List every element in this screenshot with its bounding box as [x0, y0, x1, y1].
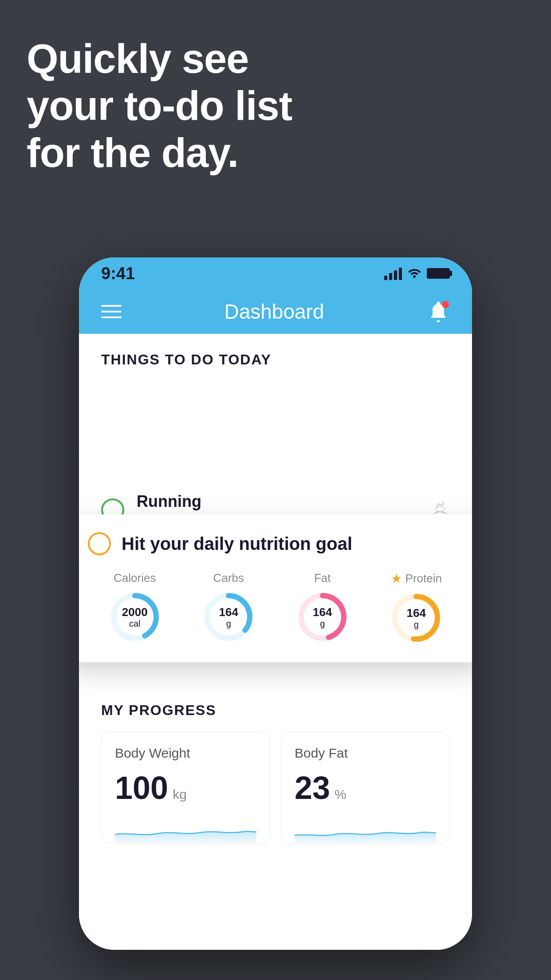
weight-chart	[115, 817, 256, 843]
status-bar: 9:41	[79, 257, 472, 289]
section-header-todo: THINGS TO DO TODAY	[79, 334, 472, 377]
progress-card-fat: Body Fat 23 %	[281, 732, 450, 844]
phone-content: THINGS TO DO TODAY Hit your daily nutrit…	[79, 334, 472, 950]
header-title: Dashboard	[224, 300, 324, 324]
nutrition-card-title: Hit your daily nutrition goal	[122, 534, 352, 554]
notification-dot	[442, 301, 449, 308]
fat-unit: %	[335, 787, 346, 802]
protein-label: ★ Protein	[391, 571, 442, 586]
weight-value: 100	[115, 770, 168, 806]
phone-shell: 9:41 Dashboard	[79, 257, 472, 950]
signal-icon	[384, 267, 402, 280]
nutrition-fat: Fat 164 g	[296, 571, 349, 644]
status-icons	[384, 266, 450, 281]
nutrition-calories: Calories 2000 cal	[108, 571, 161, 644]
weight-card-title: Body Weight	[115, 746, 256, 761]
nutrition-row: Calories 2000 cal	[88, 571, 463, 644]
progress-cards: Body Weight 100 kg	[101, 732, 450, 844]
calories-label: Calories	[114, 571, 156, 585]
bell-icon[interactable]	[427, 300, 450, 323]
status-time: 9:41	[101, 264, 135, 283]
nutrition-card: Hit your daily nutrition goal Calories	[79, 514, 472, 662]
todo-title-running: Running	[137, 492, 418, 511]
progress-card-weight: Body Weight 100 kg	[101, 732, 270, 844]
weight-unit: kg	[173, 787, 187, 802]
fat-value: 23	[295, 770, 330, 806]
hamburger-menu[interactable]	[101, 305, 122, 318]
carbs-label: Carbs	[213, 571, 244, 585]
fat-card-title: Body Fat	[295, 746, 436, 761]
wifi-icon	[407, 266, 421, 281]
progress-section: MY PROGRESS Body Weight 100 kg	[79, 684, 472, 853]
todo-circle-nutrition	[88, 532, 111, 555]
progress-header: MY PROGRESS	[101, 702, 450, 719]
fat-label: Fat	[314, 571, 331, 585]
nutrition-protein: ★ Protein 164 g	[390, 571, 443, 644]
star-icon: ★	[391, 571, 402, 586]
nutrition-carbs: Carbs 164 g	[202, 571, 255, 644]
todo-container: Hit your daily nutrition goal Calories	[79, 479, 472, 667]
fat-chart	[295, 817, 436, 843]
battery-icon	[427, 268, 450, 279]
app-header: Dashboard	[79, 289, 472, 334]
headline: Quickly see your to-do list for the day.	[27, 36, 292, 176]
